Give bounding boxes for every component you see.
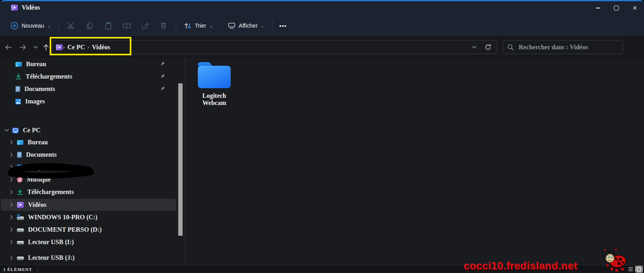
- sidebar-item-bureau[interactable]: Bureau: [1, 58, 176, 70]
- tree-item-usb-i[interactable]: Lecteur USB (I:): [1, 236, 176, 248]
- chevron-right-icon[interactable]: [9, 215, 14, 220]
- file-item-logitech-webcam[interactable]: Logitech Webcam: [192, 61, 237, 107]
- minimize-icon: [596, 8, 600, 8]
- tree-item-drive-d[interactable]: DOCUMENT PERSO (D:): [1, 224, 176, 236]
- share-button[interactable]: [136, 18, 154, 33]
- toolbar-separator: [176, 20, 176, 31]
- refresh-icon[interactable]: [485, 44, 491, 51]
- ellipsis-icon: •••: [279, 22, 287, 29]
- tree-item-label: Ce PC: [23, 127, 40, 134]
- tree-item-label: DOCUMENT PERSO (D:): [28, 226, 102, 233]
- download-icon: [17, 189, 23, 195]
- pin-icon: [160, 86, 165, 93]
- arrow-up-icon: [43, 44, 49, 51]
- sort-button-label: Trier: [195, 22, 206, 29]
- sidebar-item-telechargements[interactable]: Téléchargements: [1, 71, 176, 83]
- sidebar-item-images[interactable]: Images: [1, 95, 176, 107]
- file-explorer-window: Vidéos ✕ Nouveau ⌄ Trier ⌄ Afficher: [0, 0, 644, 273]
- chevron-right-icon[interactable]: [9, 255, 14, 260]
- tree-item-label: WINDOWS 10-PRO (C:): [28, 214, 97, 221]
- delete-button[interactable]: [154, 18, 173, 33]
- close-icon: ✕: [632, 5, 637, 11]
- tree-item-ce-pc[interactable]: Ce PC: [1, 124, 176, 136]
- tree-item-label: Téléchargements: [27, 188, 74, 196]
- new-button-label: Nouveau: [22, 22, 44, 29]
- paste-icon: [105, 22, 112, 30]
- forward-button[interactable]: [16, 40, 30, 54]
- maximize-button[interactable]: [607, 1, 626, 15]
- tree-item-usb-j[interactable]: Lecteur USB (J:): [1, 252, 176, 264]
- item-count: 1 ÉLÉMENT: [3, 267, 32, 272]
- chevron-down-icon: ⌄: [209, 24, 213, 28]
- chevron-down-icon: ⌄: [46, 24, 51, 28]
- pin-icon: [160, 61, 165, 68]
- sort-button[interactable]: Trier ⌄: [179, 19, 217, 32]
- sidebar-item-label: Documents: [24, 85, 55, 93]
- chevron-right-icon[interactable]: [9, 202, 14, 207]
- cut-button[interactable]: [62, 18, 80, 33]
- tree-item-windows-drive-c[interactable]: WINDOWS 10-PRO (C:): [1, 211, 176, 223]
- back-button[interactable]: [2, 40, 15, 54]
- rename-button[interactable]: [117, 18, 136, 33]
- copy-button[interactable]: [80, 18, 99, 33]
- videos-folder-icon: [17, 202, 24, 208]
- file-item-label: Logitech Webcam: [196, 92, 232, 107]
- delete-icon: [160, 22, 167, 29]
- icons-view-button[interactable]: [636, 266, 642, 272]
- chevron-right-icon[interactable]: [9, 152, 14, 157]
- tree-item-telechargements[interactable]: Téléchargements: [1, 186, 176, 198]
- icons-view-icon: [637, 267, 641, 271]
- tree-item-label: Vidéos: [28, 201, 46, 208]
- more-options-button[interactable]: •••: [276, 18, 290, 33]
- chevron-right-icon[interactable]: [9, 190, 14, 194]
- drive-icon: [17, 240, 24, 245]
- sidebar-item-documents[interactable]: Documents: [1, 83, 176, 95]
- close-button[interactable]: ✕: [626, 1, 644, 15]
- chevron-right-icon[interactable]: [9, 240, 14, 245]
- tree-item-label: Lecteur USB (I:): [28, 239, 74, 246]
- breadcrumb-ce-pc[interactable]: Ce PC: [65, 44, 87, 51]
- chevron-right-icon[interactable]: [9, 140, 14, 145]
- sort-arrows-icon: [184, 22, 191, 29]
- desktop-icon: [17, 140, 24, 145]
- window-title: Vidéos: [22, 4, 40, 11]
- breadcrumb-videos[interactable]: Vidéos: [89, 44, 113, 51]
- sidebar-item-label: Bureau: [26, 61, 46, 68]
- drive-icon: [17, 227, 24, 232]
- pane-divider: [185, 58, 185, 265]
- new-button[interactable]: Nouveau ⌄: [6, 18, 55, 33]
- navigation-pane: Bureau Téléchargements Documents Images: [0, 58, 185, 265]
- download-icon: [15, 73, 22, 80]
- chevron-down-icon[interactable]: [4, 129, 10, 132]
- toolbar-separator: [58, 20, 59, 31]
- view-button[interactable]: Afficher ⌄: [223, 19, 269, 32]
- videos-folder-icon: [56, 44, 63, 51]
- address-bar[interactable]: › Ce PC › Vidéos: [52, 40, 497, 54]
- sidebar-scrollbar[interactable]: [178, 83, 183, 236]
- videos-folder-icon: [11, 4, 18, 11]
- maximize-icon: [614, 6, 619, 10]
- toolbar-separator: [272, 20, 273, 31]
- tree-item-documents[interactable]: Documents: [1, 149, 176, 161]
- chevron-down-icon: ⌄: [260, 24, 265, 28]
- minimize-button[interactable]: [589, 1, 607, 15]
- paste-button[interactable]: [99, 18, 117, 33]
- up-button[interactable]: [39, 40, 53, 54]
- details-view-button[interactable]: [627, 266, 634, 272]
- details-view-icon: [628, 267, 633, 271]
- sidebar-item-label: Images: [25, 98, 45, 105]
- search-input[interactable]: [518, 43, 619, 51]
- folder-icon: [195, 61, 233, 89]
- ladybug-mascot-image: [602, 249, 627, 273]
- view-layout-icon: [228, 22, 235, 29]
- tree-item-videos-selected[interactable]: Vidéos: [1, 199, 176, 211]
- arrow-left-icon: [5, 44, 12, 51]
- drive-icon: [17, 255, 24, 260]
- search-box[interactable]: [503, 40, 623, 54]
- title-bar: Vidéos ✕: [0, 1, 644, 15]
- chevron-right-icon[interactable]: [9, 227, 14, 232]
- picture-icon: [15, 99, 21, 105]
- tree-item-bureau[interactable]: Bureau: [1, 136, 176, 148]
- address-dropdown-icon[interactable]: [472, 46, 477, 49]
- navigation-bar: › Ce PC › Vidéos: [0, 37, 644, 58]
